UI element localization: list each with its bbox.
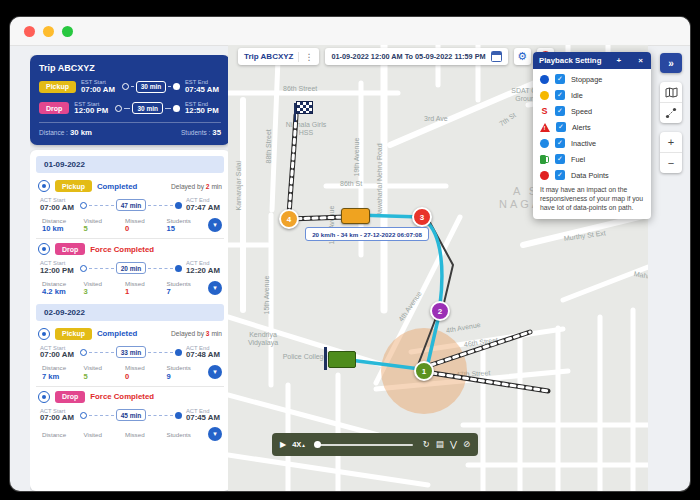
zoom-in-button[interactable]: + <box>660 132 682 152</box>
minimize-traffic-light[interactable] <box>43 26 54 37</box>
act-end: ACT End07:48 AM <box>186 345 222 361</box>
fuel-checkbox[interactable] <box>555 154 565 164</box>
panel-note: It may have an impact on the responsiven… <box>540 186 644 212</box>
expand-chevron-icon[interactable]: ▾ <box>208 365 222 379</box>
duration-connector: 45 min <box>80 409 182 421</box>
bus-vehicle-icon[interactable] <box>341 208 370 224</box>
play-icon[interactable]: ▶ <box>280 440 286 449</box>
playback-slider[interactable] <box>315 444 413 446</box>
trip-title: Trip ABCXYZ <box>39 63 221 73</box>
date-range-text: 01-09-2022 12:00 AM To 05-09-2022 11:59 … <box>331 52 485 61</box>
drop-badge: Drop <box>55 391 85 403</box>
stat-students: Students15 <box>167 217 207 234</box>
green-vehicle-icon[interactable] <box>328 351 356 368</box>
expand-chevron-icon[interactable]: ▾ <box>208 218 222 232</box>
vehicle-flag-pole <box>324 347 327 370</box>
stat-distance: Distance10 km <box>42 217 82 234</box>
zoom-out-button[interactable]: − <box>660 152 682 173</box>
settings-button[interactable]: ⚙ <box>514 48 531 65</box>
map-marker-2[interactable]: 2 <box>430 301 450 321</box>
map-marker-3[interactable]: 3 <box>412 207 432 227</box>
total-distance: 30 km <box>70 128 92 137</box>
act-start: ACT Start07:00 AM <box>40 197 76 213</box>
entry-radio[interactable] <box>38 391 50 403</box>
zoom-group: + − <box>660 132 682 173</box>
close-icon[interactable]: × <box>636 56 645 65</box>
setting-row-speed: S Speed <box>540 106 644 116</box>
pickup-badge: Pickup <box>39 81 76 93</box>
drop-badge: Drop <box>39 102 69 114</box>
inactive-checkbox[interactable] <box>555 138 565 148</box>
idle-dot-icon <box>540 91 549 100</box>
date-range-picker[interactable]: 01-09-2022 12:00 AM To 05-09-2022 11:59 … <box>325 48 507 65</box>
inactive-dot-icon <box>540 139 549 148</box>
pickup-badge: Pickup <box>55 328 92 340</box>
route-path-button[interactable] <box>660 102 682 123</box>
setting-row-stoppage: Stoppage <box>540 74 644 84</box>
entry-radio[interactable] <box>38 243 50 255</box>
end-point-icon <box>173 105 180 112</box>
stat-students: Students9 <box>167 364 207 381</box>
stat-visited: Visited5 <box>84 364 124 381</box>
pickup-badge: Pickup <box>55 180 92 192</box>
date-header: 01-09-2022 <box>36 156 224 173</box>
kebab-menu-icon[interactable]: ⋮ <box>298 52 313 62</box>
map-layers-button[interactable] <box>660 82 682 102</box>
setting-row-fuel: Fuel <box>540 154 644 164</box>
delay-text: Delayed by 2 min <box>171 183 222 190</box>
entry-status: Force Completed <box>90 245 154 254</box>
stat-missed: Missed0 <box>125 217 165 234</box>
act-start: ACT Start07:00 AM <box>40 345 76 361</box>
total-students: 35 <box>212 128 221 137</box>
map-marker-4[interactable]: 4 <box>279 209 299 229</box>
chevron-up-icon: ▴ <box>302 442 305 448</box>
maximize-traffic-light[interactable] <box>62 26 73 37</box>
summary-pickup-row: Pickup EST Start 07:00 AM 30 min EST End <box>39 79 221 95</box>
speed-checkbox[interactable] <box>555 106 565 116</box>
hide-path-icon[interactable]: ⊘ <box>463 440 470 449</box>
trip-selector[interactable]: Trip ABCXYZ ⋮ <box>238 48 319 65</box>
trip-entry: Pickup Completed Delayed by 3 min ACT St… <box>34 324 226 386</box>
stat-distance: Distance <box>42 431 82 438</box>
entry-radio[interactable] <box>38 328 50 340</box>
delay-text: Delayed by 3 min <box>171 330 222 337</box>
alerts-checkbox[interactable] <box>556 122 566 132</box>
finish-flag-icon[interactable] <box>296 101 313 114</box>
act-start: ACT Start07:00 AM <box>40 408 76 424</box>
duration-pill: 30 min <box>136 81 167 93</box>
replay-icon[interactable]: ↻ <box>423 440 430 449</box>
move-icon[interactable]: + <box>615 56 624 65</box>
expand-chevron-icon[interactable]: ▾ <box>208 281 222 295</box>
event-list-icon[interactable]: ▤ <box>436 440 444 449</box>
fuel-pump-icon <box>540 155 546 164</box>
map-marker-1[interactable]: 1 <box>414 361 434 381</box>
playback-tooltip: 20 km/h - 34 km - 27-12-2022 06:07:08 <box>305 227 429 241</box>
setting-row-inactive: Inactive <box>540 138 644 148</box>
playback-control-bar: ▶ 4X▴ ↻ ▤ ⋁ ⊘ <box>272 433 478 456</box>
slider-handle[interactable] <box>314 441 321 448</box>
marker-toggle-icon[interactable]: ⋁ <box>450 440 457 449</box>
duration-connector: 30 min <box>122 81 180 93</box>
setting-row-idle: Idle <box>540 90 644 100</box>
collapse-panel-button[interactable]: » <box>660 53 682 73</box>
entry-status: Completed <box>97 182 137 191</box>
est-end: EST End 07:45 AM <box>185 79 221 95</box>
entry-status: Completed <box>97 329 137 338</box>
speed-selector[interactable]: 4X▴ <box>292 440 305 449</box>
trip-entry: Drop Force Completed ACT Start12:00 PM 2… <box>34 239 226 301</box>
entry-radio[interactable] <box>38 180 50 192</box>
date-header: 02-09-2022 <box>36 304 224 321</box>
idle-checkbox[interactable] <box>555 90 565 100</box>
est-start: EST Start 07:00 AM <box>81 79 117 95</box>
stat-students: Students7 <box>167 280 207 297</box>
panel-body: Stoppage Idle S Speed <box>533 69 651 219</box>
expand-chevron-icon[interactable]: ▾ <box>208 427 222 441</box>
entry-status: Force Completed <box>90 392 154 401</box>
act-end: ACT End07:45 AM <box>186 408 222 424</box>
datapoints-checkbox[interactable] <box>555 170 565 180</box>
trip-sidebar: Trip ABCXYZ Pickup EST Start 07:00 AM 30… <box>30 55 230 491</box>
end-point-icon <box>173 83 180 90</box>
close-traffic-light[interactable] <box>24 26 35 37</box>
stoppage-checkbox[interactable] <box>555 74 565 84</box>
est-start: EST Start 12:00 PM <box>74 101 110 117</box>
